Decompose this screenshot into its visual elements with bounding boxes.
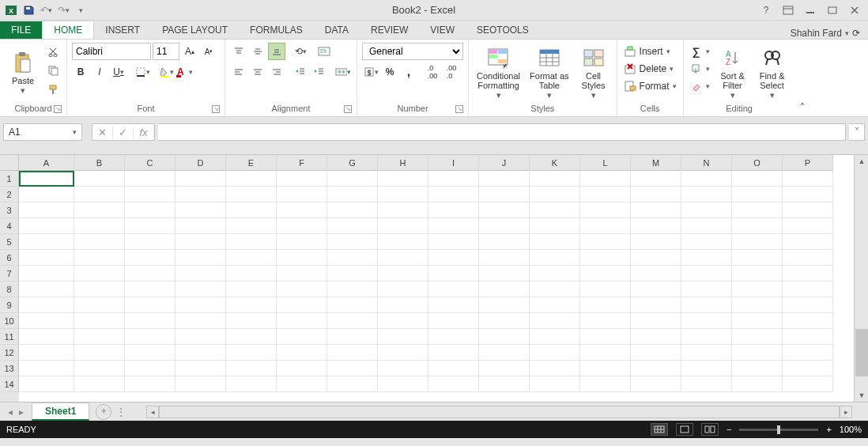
cell[interactable]	[74, 234, 125, 250]
cell[interactable]	[327, 171, 378, 187]
cell[interactable]	[732, 202, 783, 218]
cell[interactable]	[681, 234, 732, 250]
cell[interactable]	[783, 234, 833, 250]
tab-review[interactable]: REVIEW	[360, 21, 419, 39]
cell[interactable]	[74, 376, 125, 392]
cell[interactable]	[74, 329, 125, 345]
accounting-format-icon[interactable]: $▾	[362, 63, 379, 81]
cell[interactable]	[631, 297, 681, 313]
formula-input[interactable]	[158, 123, 846, 141]
column-header[interactable]: A	[19, 155, 74, 171]
cell[interactable]	[580, 297, 631, 313]
cell[interactable]	[479, 250, 530, 266]
orientation-icon[interactable]: ⟲▾	[292, 43, 309, 60]
cell[interactable]	[226, 202, 277, 218]
cell[interactable]	[428, 234, 479, 250]
row-header[interactable]: 7	[0, 266, 19, 282]
cell[interactable]	[327, 282, 378, 297]
qat-customize-icon[interactable]: ▾	[73, 2, 89, 18]
cell[interactable]	[19, 313, 74, 329]
cell[interactable]	[783, 297, 833, 313]
cell[interactable]	[631, 376, 681, 392]
fill-button[interactable]: ▾	[689, 60, 711, 77]
cell[interactable]	[378, 361, 428, 376]
cell[interactable]	[125, 345, 175, 361]
account-name[interactable]: Shahin Fard ▾ ⟳	[791, 28, 868, 39]
number-dialog-launcher[interactable]: ↘	[455, 105, 463, 113]
cell[interactable]	[530, 345, 580, 361]
cell[interactable]	[125, 297, 175, 313]
align-center-icon[interactable]	[249, 63, 266, 81]
scroll-thumb[interactable]	[855, 329, 868, 376]
row-header[interactable]: 1	[0, 171, 19, 187]
cell[interactable]	[681, 171, 732, 187]
cell[interactable]	[428, 171, 479, 187]
cell[interactable]	[125, 202, 175, 218]
maximize-icon[interactable]	[825, 3, 840, 17]
cell[interactable]	[428, 345, 479, 361]
cell[interactable]	[530, 187, 580, 202]
cell[interactable]	[631, 282, 681, 297]
cell[interactable]	[74, 313, 125, 329]
horizontal-scrollbar[interactable]: ◂ ▸	[146, 406, 868, 418]
cell[interactable]	[277, 282, 327, 297]
cell[interactable]	[428, 282, 479, 297]
row-header[interactable]: 6	[0, 250, 19, 266]
cell[interactable]	[226, 313, 277, 329]
cell[interactable]	[19, 250, 74, 266]
delete-cells-button[interactable]: Delete ▾	[622, 60, 678, 77]
column-header[interactable]: K	[530, 155, 580, 171]
cell[interactable]	[378, 313, 428, 329]
column-header[interactable]: C	[125, 155, 175, 171]
cell[interactable]	[732, 297, 783, 313]
increase-font-icon[interactable]: A▴	[181, 43, 198, 60]
cell[interactable]	[226, 329, 277, 345]
cell[interactable]	[631, 345, 681, 361]
row-header[interactable]: 5	[0, 234, 19, 250]
cell[interactable]	[479, 171, 530, 187]
cell[interactable]	[175, 329, 226, 345]
sync-icon[interactable]: ⟳	[852, 28, 860, 39]
cell[interactable]	[428, 250, 479, 266]
cell[interactable]	[732, 313, 783, 329]
zoom-out-icon[interactable]: −	[726, 425, 731, 434]
cell[interactable]	[530, 250, 580, 266]
cell[interactable]	[428, 376, 479, 392]
align-middle-icon[interactable]	[249, 43, 266, 60]
enter-formula-icon[interactable]: ✓	[113, 127, 134, 138]
select-all-corner[interactable]	[0, 155, 19, 171]
row-header[interactable]: 2	[0, 187, 19, 202]
cell[interactable]	[175, 187, 226, 202]
cell[interactable]	[19, 282, 74, 297]
row-header[interactable]: 4	[0, 218, 19, 234]
cell[interactable]	[226, 297, 277, 313]
cell[interactable]	[580, 187, 631, 202]
tab-file[interactable]: FILE	[0, 21, 42, 39]
cell[interactable]	[378, 171, 428, 187]
cell[interactable]	[428, 218, 479, 234]
cell[interactable]	[580, 171, 631, 187]
new-sheet-button[interactable]: +	[96, 404, 111, 420]
font-color-button[interactable]: A▾	[176, 63, 194, 81]
cell[interactable]	[580, 218, 631, 234]
vertical-scrollbar[interactable]: ▲ ▼	[854, 155, 868, 402]
cell[interactable]	[19, 361, 74, 376]
column-header[interactable]: D	[175, 155, 226, 171]
cell[interactable]	[479, 266, 530, 282]
cell[interactable]	[681, 297, 732, 313]
cell[interactable]	[277, 218, 327, 234]
cell[interactable]	[175, 345, 226, 361]
cell[interactable]	[19, 218, 74, 234]
cell[interactable]	[175, 202, 226, 218]
cell[interactable]	[327, 250, 378, 266]
cell[interactable]	[681, 313, 732, 329]
scroll-up-icon[interactable]: ▲	[855, 155, 868, 168]
cell[interactable]	[530, 218, 580, 234]
cell[interactable]	[631, 202, 681, 218]
scroll-right-icon[interactable]: ▸	[840, 406, 852, 418]
cell[interactable]	[226, 376, 277, 392]
align-bottom-icon[interactable]	[268, 43, 285, 60]
cell[interactable]	[277, 171, 327, 187]
cell[interactable]	[783, 171, 833, 187]
border-button[interactable]: ▾	[134, 63, 151, 81]
